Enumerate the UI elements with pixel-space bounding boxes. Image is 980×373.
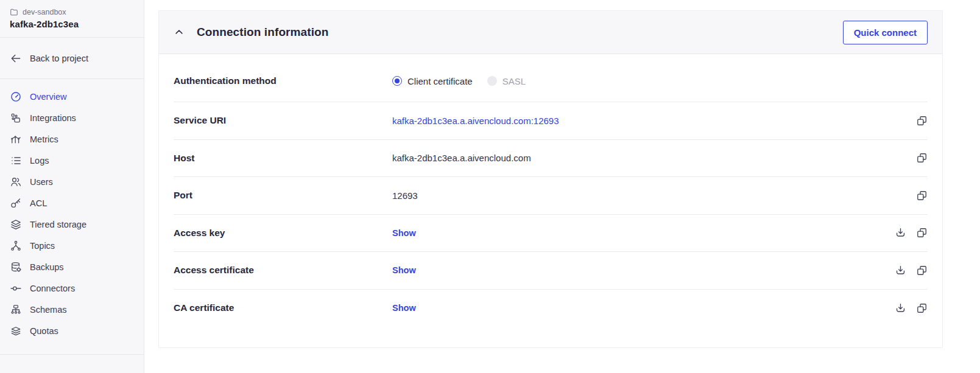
sidebar-item-overview[interactable]: Overview	[0, 86, 144, 107]
service-uri-row: Service URI kafka-2db1c3ea.a.aivencloud.…	[174, 102, 928, 140]
radio-selected-icon	[392, 76, 402, 86]
row-label: Access certificate	[174, 265, 392, 276]
auth-radio-group: Client certificate SASL	[392, 76, 526, 86]
sidebar-divider	[0, 354, 144, 355]
sidebar-item-label: Metrics	[30, 134, 58, 144]
quick-connect-button[interactable]: Quick connect	[843, 21, 928, 44]
card-header: Connection information Quick connect	[159, 11, 942, 54]
arrow-left-icon	[10, 52, 22, 64]
sidebar-item-label: Backups	[30, 262, 64, 272]
sidebar-item-quotas[interactable]: Quotas	[0, 320, 144, 341]
graph-icon	[10, 240, 22, 252]
page-title: Connection information	[197, 26, 328, 39]
sidebar-item-logs[interactable]: Logs	[0, 150, 144, 171]
users-icon	[10, 176, 22, 188]
project-breadcrumb: dev-sandbox	[10, 8, 134, 16]
sidebar-item-backups[interactable]: Backups	[0, 256, 144, 277]
key-icon	[10, 197, 22, 209]
sidebar-item-label: Connectors	[30, 284, 75, 293]
connection-information-card: Connection information Quick connect Aut…	[158, 10, 943, 348]
show-access-key-link[interactable]: Show	[392, 228, 416, 238]
service-name: kafka-2db1c3ea	[10, 19, 134, 29]
sidebar-item-metrics[interactable]: Metrics	[0, 128, 144, 150]
sidebar-header: dev-sandbox kafka-2db1c3ea	[0, 0, 144, 38]
copy-icon[interactable]	[916, 265, 928, 276]
copy-icon[interactable]	[916, 302, 928, 314]
sidebar-item-acl[interactable]: ACL	[0, 192, 144, 214]
layers-icon	[10, 218, 22, 231]
service-uri-link[interactable]: kafka-2db1c3ea.a.aivencloud.com:12693	[392, 116, 559, 126]
row-label: Authentication method	[174, 75, 392, 86]
blocks-icon	[10, 112, 22, 124]
access-certificate-row: Access certificate Show	[174, 252, 928, 290]
list-icon	[10, 155, 22, 167]
sidebar-item-label: ACL	[30, 198, 47, 208]
sidebar: dev-sandbox kafka-2db1c3ea Back to proje…	[0, 0, 144, 373]
sidebar-item-label: Topics	[30, 241, 55, 251]
chart-icon	[10, 133, 22, 145]
row-label: Service URI	[174, 115, 392, 126]
sidebar-nav: Overview Integrations Metrics Logs	[0, 79, 144, 341]
sidebar-item-users[interactable]: Users	[0, 171, 144, 192]
folder-icon	[10, 8, 18, 16]
gauge-icon	[10, 91, 22, 103]
main-content: Connection information Quick connect Aut…	[145, 0, 980, 373]
download-icon[interactable]	[895, 227, 906, 239]
download-icon[interactable]	[895, 302, 906, 314]
sidebar-item-topics[interactable]: Topics	[0, 235, 144, 256]
radio-disabled-icon	[487, 76, 497, 86]
stack-icon	[10, 325, 22, 337]
show-access-certificate-link[interactable]: Show	[392, 265, 416, 275]
tree-icon	[10, 304, 22, 316]
auth-method-row: Authentication method Client certificate…	[174, 60, 928, 102]
radio-label: SASL	[502, 76, 526, 86]
sidebar-item-label: Users	[30, 177, 53, 187]
sidebar-item-label: Overview	[30, 92, 66, 102]
ca-certificate-row: CA certificate Show	[174, 290, 928, 327]
back-to-project-link[interactable]: Back to project	[0, 38, 144, 79]
sidebar-item-connectors[interactable]: Connectors	[0, 277, 144, 299]
row-label: CA certificate	[174, 302, 392, 313]
port-value: 12693	[392, 190, 418, 201]
copy-icon[interactable]	[916, 227, 928, 239]
radio-sasl: SASL	[487, 76, 526, 86]
sidebar-item-schemas[interactable]: Schemas	[0, 299, 144, 320]
radio-client-certificate[interactable]: Client certificate	[392, 76, 473, 86]
sidebar-item-label: Schemas	[30, 305, 66, 315]
back-to-project-label: Back to project	[30, 54, 88, 63]
row-label: Access key	[174, 228, 392, 239]
show-ca-certificate-link[interactable]: Show	[392, 303, 416, 313]
host-value: kafka-2db1c3ea.a.aivencloud.com	[392, 153, 531, 163]
download-icon[interactable]	[895, 265, 906, 276]
radio-label: Client certificate	[407, 76, 473, 86]
card-body: Authentication method Client certificate…	[159, 54, 942, 327]
app-window: dev-sandbox kafka-2db1c3ea Back to proje…	[0, 0, 980, 373]
sidebar-item-label: Quotas	[30, 326, 58, 336]
port-row: Port 12693	[174, 177, 928, 215]
access-key-row: Access key Show	[174, 215, 928, 253]
sidebar-item-tiered-storage[interactable]: Tiered storage	[0, 214, 144, 235]
copy-icon[interactable]	[916, 115, 928, 127]
host-row: Host kafka-2db1c3ea.a.aivencloud.com	[174, 140, 928, 178]
database-icon	[10, 261, 22, 273]
copy-icon[interactable]	[916, 152, 928, 164]
sidebar-item-label: Integrations	[30, 113, 76, 123]
collapse-chevron-up-icon[interactable]	[174, 27, 185, 38]
connector-icon	[10, 282, 22, 295]
row-label: Host	[174, 153, 392, 164]
sidebar-item-label: Logs	[30, 156, 49, 166]
project-name: dev-sandbox	[23, 8, 66, 16]
sidebar-item-label: Tiered storage	[30, 220, 86, 229]
row-label: Port	[174, 190, 392, 201]
copy-icon[interactable]	[916, 190, 928, 201]
sidebar-item-integrations[interactable]: Integrations	[0, 107, 144, 128]
